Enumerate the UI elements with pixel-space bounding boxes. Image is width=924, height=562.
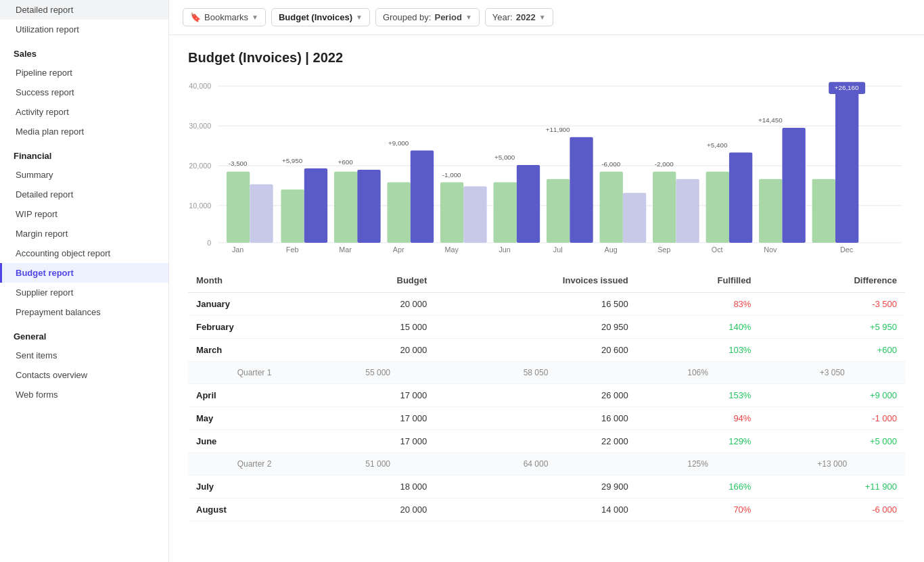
table-row: July 18 000 29 900 166% +11 900 — [188, 475, 905, 498]
svg-rect-32 — [623, 193, 646, 243]
svg-text:Feb: Feb — [286, 245, 299, 254]
svg-rect-34 — [653, 172, 676, 243]
fulfilled-value: 153% — [637, 384, 760, 407]
svg-text:-2,000: -2,000 — [655, 160, 674, 168]
invoices-value: 14 000 — [435, 498, 636, 521]
sidebar-item-web-forms[interactable]: Web forms — [0, 385, 168, 404]
budget-value: 15 000 — [321, 316, 435, 339]
sidebar-item-accounting-object-report[interactable]: Accounting object report — [0, 243, 168, 263]
sidebar-item-margin-report[interactable]: Margin report — [0, 224, 168, 243]
sidebar-item-media-plan-report[interactable]: Media plan report — [0, 122, 168, 141]
bookmarks-label: Bookmarks — [204, 12, 248, 22]
month-label: May — [188, 407, 321, 430]
table-row: April 17 000 26 000 153% +9 000 — [188, 384, 905, 407]
active-tab-label: Budget (Invoices) — [279, 12, 352, 22]
budget-value: 20 000 — [321, 339, 435, 362]
svg-rect-43 — [812, 179, 835, 243]
bookmark-icon: 🔖 — [190, 12, 201, 22]
svg-text:20,000: 20,000 — [189, 162, 211, 170]
svg-rect-35 — [676, 179, 699, 243]
svg-text:Dec: Dec — [840, 245, 854, 254]
svg-rect-37 — [706, 172, 729, 243]
main-content: 🔖 Bookmarks ▼ Budget (Invoices) ▼ Groupe… — [169, 0, 924, 562]
budget-value: 20 000 — [321, 293, 435, 316]
sidebar-item-supplier-report[interactable]: Supplier report — [0, 283, 168, 302]
difference-value: +5 950 — [759, 316, 905, 339]
difference-value: +5 000 — [759, 430, 905, 453]
quarter-label: Quarter 2 — [188, 453, 321, 475]
table-row: August 20 000 14 000 70% -6 000 — [188, 498, 905, 521]
difference-value: +600 — [759, 339, 905, 362]
invoices-value: 16 000 — [435, 407, 636, 430]
svg-text:Aug: Aug — [605, 245, 618, 254]
month-label: July — [188, 475, 321, 498]
bookmarks-button[interactable]: 🔖 Bookmarks ▼ — [183, 8, 266, 26]
quarter-budget: 51 000 — [321, 453, 435, 475]
month-label: February — [188, 316, 321, 339]
sidebar-item-contacts-overview[interactable]: Contacts overview — [0, 365, 168, 385]
sidebar-item-detailed-report[interactable]: Detailed report — [0, 185, 168, 204]
sidebar-item-summary[interactable]: Summary — [0, 165, 168, 185]
page-header: Budget (Invoices) | 2022 — [169, 35, 924, 72]
quarter-invoices: 64 000 — [435, 453, 636, 475]
year-chevron: ▼ — [539, 14, 546, 21]
sidebar-item-activity-report[interactable]: Activity report — [0, 102, 168, 122]
fulfilled-value: 103% — [637, 339, 760, 362]
svg-text:-1,000: -1,000 — [442, 171, 461, 179]
difference-value: -6 000 — [759, 498, 905, 521]
invoices-value: 16 500 — [435, 293, 636, 316]
svg-text:40,000: 40,000 — [189, 82, 211, 90]
svg-rect-28 — [547, 179, 570, 243]
svg-text:Apr: Apr — [393, 245, 405, 254]
svg-rect-26 — [517, 165, 540, 243]
active-tab-button[interactable]: Budget (Invoices) ▼ — [271, 8, 370, 26]
table-row: June 17 000 22 000 129% +5 000 — [188, 430, 905, 453]
sidebar-item-prepayment-balances[interactable]: Prepayment balances — [0, 302, 168, 322]
month-label: August — [188, 498, 321, 521]
svg-text:+5,400: +5,400 — [707, 141, 728, 149]
svg-text:May: May — [444, 245, 459, 254]
sidebar-item-detailed-report-top[interactable]: Detailed report — [0, 0, 168, 20]
svg-rect-22 — [440, 183, 463, 243]
title-separator: | — [305, 50, 313, 65]
svg-text:Nov: Nov — [764, 245, 777, 254]
period-label: Period — [434, 12, 461, 22]
invoices-value: 20 950 — [435, 316, 636, 339]
sidebar-item-wip-report[interactable]: WIP report — [0, 204, 168, 224]
sidebar-section-financial: Financial — [0, 141, 168, 165]
svg-text:0: 0 — [207, 239, 211, 247]
fulfilled-value: 83% — [637, 293, 760, 316]
sidebar-item-pipeline-report[interactable]: Pipeline report — [0, 63, 168, 83]
quarter-label: Quarter 1 — [188, 362, 321, 384]
page-title: Budget (Invoices) | 2022 — [188, 50, 905, 66]
chart-area: 40,000 30,000 20,000 10,000 0 -3,500 +5,… — [169, 72, 924, 268]
sidebar-item-success-report[interactable]: Success report — [0, 83, 168, 102]
svg-text:Sep: Sep — [657, 245, 670, 254]
svg-rect-40 — [759, 179, 782, 243]
difference-value: -3 500 — [759, 293, 905, 316]
year-button[interactable]: Year: 2022 ▼ — [485, 8, 553, 26]
svg-text:Jun: Jun — [499, 245, 510, 254]
budget-value: 18 000 — [321, 475, 435, 498]
invoices-value: 26 000 — [435, 384, 636, 407]
table-area: Month Budget Invoices issued Fulfilled D… — [169, 268, 924, 535]
budget-chart: 40,000 30,000 20,000 10,000 0 -3,500 +5,… — [188, 79, 905, 255]
svg-rect-31 — [600, 172, 623, 243]
table-row: March 20 000 20 600 103% +600 — [188, 339, 905, 362]
quarter-budget: 55 000 — [321, 362, 435, 384]
col-invoices: Invoices issued — [435, 268, 636, 293]
col-difference: Difference — [759, 268, 905, 293]
fulfilled-value: 166% — [637, 475, 760, 498]
month-label: January — [188, 293, 321, 316]
fulfilled-value: 94% — [637, 407, 760, 430]
svg-rect-16 — [334, 172, 357, 243]
grouped-by-button[interactable]: Grouped by: Period ▼ — [375, 8, 480, 26]
table-row: Quarter 2 51 000 64 000 125% +13 000 — [188, 453, 905, 475]
sidebar-item-budget-report[interactable]: Budget report — [0, 263, 168, 283]
quarter-fulfilled: 106% — [637, 362, 760, 384]
difference-value: +9 000 — [759, 384, 905, 407]
sidebar-item-sent-items[interactable]: Sent items — [0, 346, 168, 365]
sidebar-item-utilization-report[interactable]: Utilization report — [0, 20, 168, 39]
invoices-value: 29 900 — [435, 475, 636, 498]
col-month: Month — [188, 268, 321, 293]
